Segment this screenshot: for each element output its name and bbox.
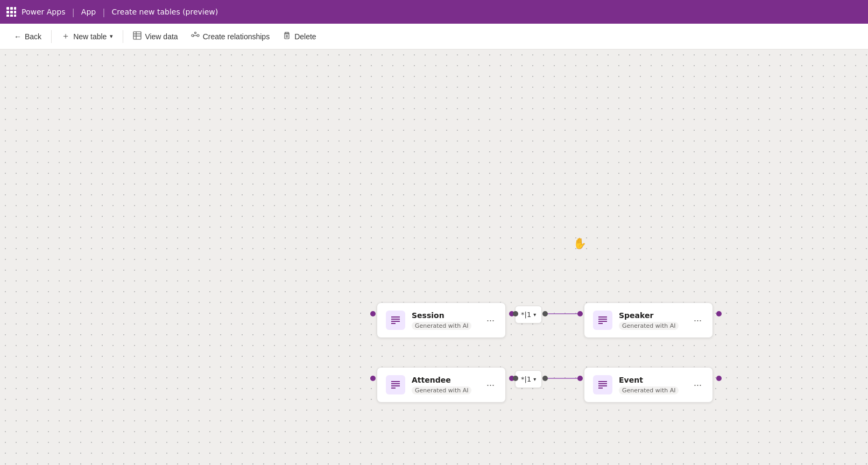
attendee-table-icon — [386, 375, 405, 394]
plus-icon: ＋ — [61, 31, 70, 42]
topbar: Power Apps | App | Create new tables (pr… — [0, 0, 868, 24]
speaker-left-dot — [577, 311, 583, 316]
attendee-card-badge: Generated with AI — [412, 386, 471, 394]
connector-dropdown-icon-2: ▾ — [533, 376, 536, 382]
new-table-label: New table — [73, 32, 107, 41]
svg-rect-4 — [10, 11, 13, 13]
event-card-info: Event Generated with AI — [619, 376, 685, 394]
toolbar-separator-1 — [51, 30, 52, 43]
speaker-right-dot — [716, 311, 722, 316]
svg-rect-1 — [10, 7, 13, 10]
view-data-button[interactable]: View data — [128, 28, 183, 45]
table-icon — [133, 31, 142, 42]
svg-rect-6 — [6, 15, 9, 17]
view-data-label: View data — [145, 32, 178, 41]
create-relationships-button[interactable]: Create relationships — [186, 28, 276, 45]
svg-rect-3 — [6, 11, 9, 13]
session-table-icon — [386, 311, 405, 330]
svg-rect-0 — [6, 7, 9, 10]
connector-attendee-event[interactable]: *|1 ▾ — [515, 370, 542, 388]
topbar-context1: App — [81, 8, 96, 16]
svg-rect-18 — [285, 34, 289, 39]
table-card-event[interactable]: Event Generated with AI ··· — [584, 367, 713, 403]
speaker-table-icon — [593, 311, 612, 330]
topbar-app-name: Power Apps — [22, 8, 65, 16]
speaker-card-badge: Generated with AI — [619, 322, 679, 330]
table-card-session[interactable]: Session Generated with AI ··· — [377, 302, 506, 338]
svg-rect-8 — [14, 15, 16, 17]
session-more-button[interactable]: ··· — [484, 314, 497, 327]
delete-icon — [283, 31, 291, 42]
connector-dropdown-icon-1: ▾ — [533, 312, 536, 318]
svg-rect-7 — [10, 15, 13, 17]
connector-session-speaker[interactable]: *|1 ▾ — [515, 306, 542, 323]
back-button[interactable]: ← Back — [9, 29, 47, 44]
canvas[interactable]: Session Generated with AI ··· Speaker Ge… — [0, 50, 868, 465]
event-right-dot — [716, 376, 722, 381]
waffle-icon[interactable] — [6, 7, 16, 17]
session-card-badge: Generated with AI — [412, 322, 471, 330]
session-card-name: Session — [412, 311, 478, 320]
attendee-card-info: Attendee Generated with AI — [412, 376, 478, 394]
event-table-icon — [593, 375, 612, 394]
svg-rect-5 — [14, 11, 16, 13]
speaker-card-info: Speaker Generated with AI — [619, 311, 685, 330]
connector-label-2: *|1 — [521, 375, 531, 383]
event-card-name: Event — [619, 376, 685, 384]
svg-point-13 — [192, 34, 194, 37]
connector-label-1: *|1 — [521, 311, 531, 319]
dropdown-icon: ▾ — [110, 33, 113, 40]
create-relationships-label: Create relationships — [203, 32, 270, 41]
attendee-more-button[interactable]: ··· — [484, 378, 497, 392]
back-icon: ← — [14, 32, 22, 41]
session-left-dot — [370, 311, 376, 316]
back-label: Back — [25, 32, 41, 41]
event-left-dot — [577, 376, 583, 381]
connector2-left-dot — [513, 376, 518, 381]
svg-rect-2 — [14, 7, 16, 10]
relationships-icon — [191, 31, 200, 42]
svg-point-17 — [194, 32, 196, 33]
svg-rect-9 — [133, 32, 141, 39]
topbar-sep1: | — [72, 7, 74, 17]
delete-label: Delete — [294, 32, 316, 41]
connector2-right-dot — [542, 376, 548, 381]
speaker-more-button[interactable]: ··· — [691, 314, 704, 327]
svg-point-14 — [197, 34, 199, 37]
speaker-card-name: Speaker — [619, 311, 685, 320]
delete-button[interactable]: Delete — [277, 28, 321, 45]
topbar-sep2: | — [102, 7, 105, 17]
attendee-card-name: Attendee — [412, 376, 478, 384]
connector1-right-dot — [542, 311, 548, 316]
event-more-button[interactable]: ··· — [691, 378, 704, 392]
new-table-button[interactable]: ＋ New table ▾ — [56, 27, 118, 45]
toolbar-separator-2 — [123, 30, 123, 43]
cursor: ✋ — [573, 237, 587, 250]
table-card-attendee[interactable]: Attendee Generated with AI ··· — [377, 367, 506, 403]
connector-lines — [0, 50, 868, 465]
event-card-badge: Generated with AI — [619, 386, 679, 394]
connector1-left-dot — [513, 311, 518, 316]
topbar-context2: Create new tables (preview) — [112, 8, 218, 16]
table-card-speaker[interactable]: Speaker Generated with AI ··· — [584, 302, 713, 338]
toolbar: ← Back ＋ New table ▾ View data — [0, 24, 868, 50]
attendee-left-dot — [370, 376, 376, 381]
session-card-info: Session Generated with AI — [412, 311, 478, 330]
